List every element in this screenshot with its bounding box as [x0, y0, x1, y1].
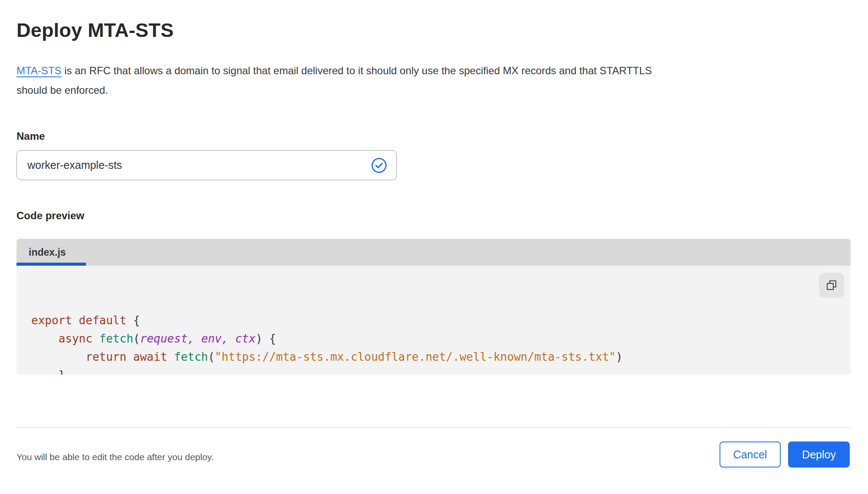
code-editor-preview: export default { async fetch(request, en… — [17, 266, 851, 375]
deploy-button[interactable]: Deploy — [788, 441, 850, 468]
code-tabbar: index.js — [17, 239, 851, 266]
deploy-mta-sts-page: Deploy MTA-STS MTA-STS is an RFC that al… — [0, 0, 868, 494]
cancel-button[interactable]: Cancel — [719, 441, 781, 468]
footer-note: You will be able to edit the code after … — [17, 452, 214, 462]
page-title: Deploy MTA-STS — [17, 19, 174, 42]
active-tab-indicator — [17, 263, 86, 266]
tab-label: index.js — [29, 247, 66, 258]
check-circle-icon — [371, 157, 387, 174]
code-preview-label: Code preview — [17, 210, 84, 222]
page-description: MTA-STS is an RFC that allows a domain t… — [17, 61, 855, 100]
name-input-container — [17, 150, 397, 180]
footer-divider — [16, 427, 851, 428]
description-line1: is an RFC that allows a domain to signal… — [62, 65, 652, 76]
code-preview-panel: index.js export default { async fetch(re… — [17, 239, 851, 375]
name-label: Name — [17, 130, 45, 142]
name-input[interactable] — [17, 151, 396, 180]
copy-code-button[interactable] — [819, 273, 844, 298]
tab-index-js[interactable]: index.js — [17, 239, 86, 266]
code-lines: export default { async fetch(request, en… — [31, 311, 816, 375]
description-line2: should be enforced. — [17, 84, 108, 96]
copy-icon — [825, 279, 838, 291]
mta-sts-link[interactable]: MTA-STS — [17, 65, 62, 76]
